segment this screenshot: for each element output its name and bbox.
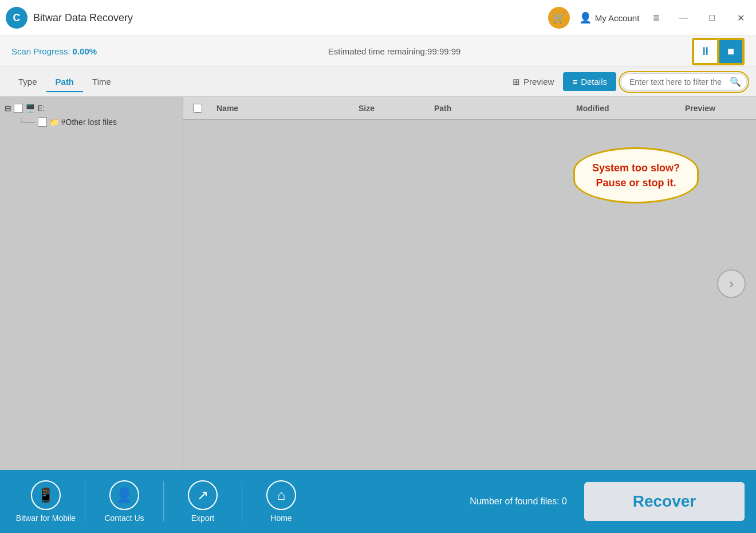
th-path: Path (430, 104, 572, 113)
home-icon: ⌂ (266, 480, 296, 510)
cart-button[interactable]: 🛒 (548, 7, 570, 29)
title-bar-actions: 🛒 👤 My Account ≡ — □ ✕ (548, 7, 750, 29)
mobile-action[interactable]: 📱 Bitwar for Mobile (11, 480, 80, 523)
title-bar: C Bitwar Data Recovery 🛒 👤 My Account ≡ … (0, 0, 756, 36)
home-label: Home (270, 514, 292, 523)
tree-child[interactable]: └── 📁 #Other lost files (0, 115, 183, 129)
export-action[interactable]: ↗ Export (168, 480, 237, 523)
scan-percent: 0.00% (73, 46, 97, 56)
tooltip-line1: System too slow? (592, 160, 680, 175)
th-modified: Modified (572, 104, 680, 113)
tab-type[interactable]: Type (9, 72, 46, 91)
mobile-icon: 📱 (31, 480, 61, 510)
account-icon: 👤 (579, 11, 592, 24)
contact-icon: 👤 (109, 480, 139, 510)
th-size: Size (354, 104, 430, 113)
checkbox-child[interactable] (38, 117, 47, 127)
pause-button[interactable]: ⏸ (693, 39, 718, 64)
tab-time[interactable]: Time (83, 72, 120, 91)
scan-bar: Scan Progress: 0.00% Estimated time rema… (0, 36, 756, 67)
recover-button[interactable]: Recover (584, 482, 745, 521)
app-logo: C (6, 7, 27, 29)
th-check (183, 104, 212, 113)
divider-1 (85, 481, 85, 522)
select-all-checkbox[interactable] (193, 104, 202, 113)
divider-2 (163, 481, 164, 522)
expand-icon: ⊟ (5, 104, 11, 113)
tab-path[interactable]: Path (46, 72, 84, 91)
scan-time-label: Estimated time remaining:99:99:99 (97, 46, 692, 56)
search-icon: 🔍 (730, 76, 741, 87)
filter-input[interactable] (621, 73, 747, 91)
app-title: Bitwar Data Recovery (33, 12, 548, 24)
contact-label: Contact Us (104, 514, 144, 523)
tree-root[interactable]: ⊟ 🖥️ E: (0, 101, 183, 115)
filter-wrap: 🔍 (621, 73, 747, 91)
found-files-label: Number of found files: 0 (470, 496, 567, 507)
content-panel: Name Size Path Modified Preview System t… (183, 97, 756, 470)
tabs-row: Type Path Time ⊞ Preview ≡ Details 🔍 (0, 67, 756, 97)
details-button[interactable]: ≡ Details (563, 72, 616, 91)
minimize-button[interactable]: — (674, 8, 693, 28)
folder-icon-child: 📁 (49, 117, 59, 127)
menu-button[interactable]: ≡ (648, 9, 664, 27)
tree-child-label: #Other lost files (61, 117, 117, 127)
checkbox-root[interactable] (14, 104, 23, 113)
export-icon: ↗ (188, 480, 218, 510)
next-arrow-button[interactable]: › (717, 269, 746, 298)
export-label: Export (191, 514, 214, 523)
close-button[interactable]: ✕ (731, 8, 750, 28)
scan-label: Scan Progress: (11, 46, 70, 56)
folder-icon: 🖥️ (25, 104, 35, 113)
contact-action[interactable]: 👤 Contact Us (90, 480, 159, 523)
main-content: ⊟ 🖥️ E: └── 📁 #Other lost files Name Siz… (0, 97, 756, 470)
tree-root-label: E: (37, 104, 45, 113)
tooltip-balloon: System too slow? Pause or stop it. (573, 147, 699, 203)
mobile-label: Bitwar for Mobile (16, 514, 76, 523)
preview-button[interactable]: ⊞ Preview (503, 72, 563, 92)
my-account-button[interactable]: 👤 My Account (579, 11, 640, 24)
th-preview: Preview (680, 104, 756, 113)
maximize-button[interactable]: □ (702, 8, 722, 28)
scan-controls: ⏸ ■ (692, 38, 745, 65)
stop-button[interactable]: ■ (718, 39, 743, 64)
home-action[interactable]: ⌂ Home (247, 480, 316, 523)
th-name: Name (212, 104, 354, 113)
file-tree: ⊟ 🖥️ E: └── 📁 #Other lost files (0, 97, 183, 470)
bottom-bar: 📱 Bitwar for Mobile 👤 Contact Us ↗ Expor… (0, 470, 756, 533)
branch-icon: └── (18, 117, 36, 127)
divider-3 (242, 481, 242, 522)
tooltip-line2: Pause or stop it. (592, 175, 680, 190)
details-icon: ≡ (572, 77, 577, 87)
preview-icon: ⊞ (513, 77, 520, 87)
table-header: Name Size Path Modified Preview (183, 97, 756, 120)
